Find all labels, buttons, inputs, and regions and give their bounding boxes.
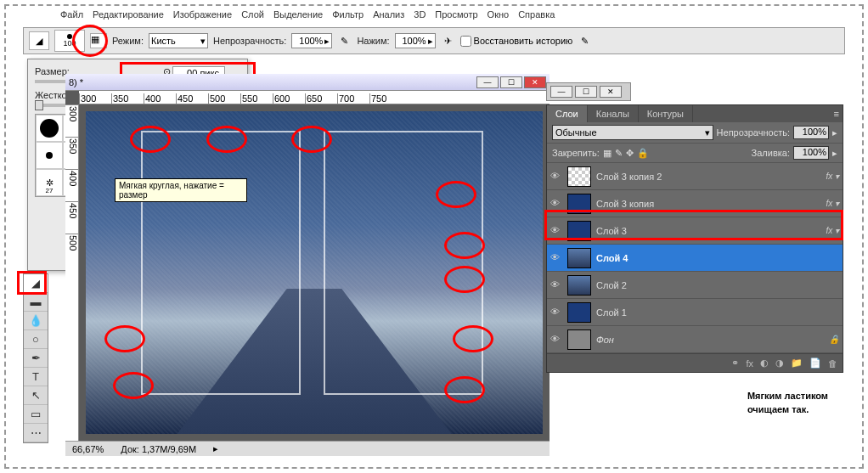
visibility-icon[interactable]: 👁 [550,252,562,264]
tablet-icon[interactable]: ✎ [337,36,352,47]
tab-channels[interactable]: Каналы [588,105,639,122]
opacity-label: Непрозрачность: [717,127,790,138]
flow-label: Нажим: [357,36,389,46]
panel-menu-icon[interactable]: ≡ [831,105,843,122]
tab-layers[interactable]: Слои [547,105,588,122]
visibility-icon[interactable]: 👁 [550,307,562,318]
annotation-box [544,210,843,240]
maximize-button[interactable]: ☐ [500,76,522,88]
menu-item[interactable]: Файл [57,8,87,23]
blur-tool[interactable]: 💧 [24,312,48,330]
canvas[interactable] [79,104,550,441]
layer-row[interactable]: 👁Фон🔒 [547,326,843,353]
annotation-circle [72,25,108,57]
airbrush-icon[interactable]: ✈ [441,36,455,47]
restore-history-checkbox[interactable]: Восстановить историю [460,36,573,47]
document-title: 8) * [69,77,83,87]
menu-item[interactable]: Изображение [170,8,235,23]
path-tool[interactable]: ↖ [24,386,48,405]
layer-thumb [567,248,591,268]
close-button[interactable]: ✕ [524,76,546,88]
menu-bar: Файл Редактирование Изображение Слой Выд… [57,8,828,23]
minimize-button[interactable]: — [476,76,499,88]
zoom-level[interactable]: 66,67% [72,444,104,454]
layer-row[interactable]: 👁Слой 2 [547,272,843,299]
brush-swatch[interactable]: ✲27 [36,169,63,196]
layer-thumb [567,275,591,296]
layer-opacity-input[interactable]: 100% [793,126,829,139]
panel-window-controls: — ☐ ✕ [546,82,631,101]
tooltip: Мягкая круглая, нажатие = размер [115,178,247,202]
blend-mode-select[interactable]: Обычные▾ [552,125,713,140]
gradient-tool[interactable]: ▬ [24,293,48,312]
fx-icon[interactable]: fx [746,358,753,369]
doc-info: Док: 1,37M/9,69M [121,444,196,454]
annotation-text: Мягким ластиком очищаем так. [747,390,828,416]
brush-swatch[interactable] [36,115,63,142]
visibility-icon[interactable]: 👁 [550,198,562,210]
annotation-box [17,271,47,295]
group-icon[interactable]: 📁 [791,358,803,369]
visibility-icon[interactable]: 👁 [550,171,562,183]
layers-footer: ⚭ fx ◐ ◑ 📁 📄 🗑 [547,353,843,372]
menu-item[interactable]: Окно [484,8,513,23]
layer-thumb [567,329,591,350]
layer-row[interactable]: 👁Слой 3 копия 2fx ▾ [547,163,843,190]
document-window: 8) * — ☐ ✕ 30035040045050055060065070075… [65,74,550,456]
lock-pixels-icon[interactable]: ✎ [615,148,623,159]
tab-paths[interactable]: Контуры [639,105,693,122]
layer-name: Фон [596,335,614,345]
close-button[interactable]: ✕ [600,86,622,98]
layer-row[interactable]: 👁Слой 1 [547,299,843,326]
menu-item[interactable]: Просмотр [431,8,481,23]
mask-icon[interactable]: ◐ [760,358,769,369]
type-tool[interactable]: T [24,368,48,386]
layer-name: Слой 3 копия 2 [596,172,662,182]
visibility-icon[interactable]: 👁 [550,279,562,291]
lock-position-icon[interactable]: ✥ [626,148,634,159]
menu-item[interactable]: Анализ [369,8,408,23]
layers-list: 👁Слой 3 копия 2fx ▾ 👁Слой 3 копияfx ▾ 👁С… [547,163,843,353]
menu-item[interactable]: 3D [410,8,429,23]
mode-select[interactable]: Кисть▾ [149,33,208,48]
menu-item[interactable]: Фильтр [329,8,367,23]
link-icon[interactable]: ⚭ [731,358,739,369]
options-bar: ◢ 100 ▦ Режим: Кисть▾ Непрозрачность: 10… [23,27,845,54]
lock-transparency-icon[interactable]: ▦ [603,148,612,159]
document-titlebar: 8) * — ☐ ✕ [65,74,550,91]
pen-tool[interactable]: ✒ [24,349,48,368]
new-layer-icon[interactable]: 📄 [809,358,821,369]
lock-all-icon[interactable]: 🔒 [637,148,649,159]
brush-swatch[interactable] [36,142,63,169]
menu-item[interactable]: Выделение [270,8,326,23]
panel-tabs: Слои Каналы Контуры ≡ [547,105,843,122]
opacity-input[interactable]: 100%▸ [291,33,332,48]
shape-tool[interactable]: ▭ [24,405,48,424]
mode-label: Режим: [112,36,144,46]
layer-name: Слой 1 [596,307,627,318]
menu-item[interactable]: Редактирование [89,8,167,23]
opacity-label: Непрозрачность: [213,36,286,46]
fill-input[interactable]: 100% [793,146,829,160]
maximize-button[interactable]: ☐ [575,86,597,98]
adjust-icon[interactable]: ◑ [775,358,784,369]
layer-thumb [567,166,591,187]
flow-input[interactable]: 100%▸ [395,33,436,48]
fill-label: Заливка: [752,148,790,158]
tools-palette: ◢ ▬ 💧 ○ ✒ T ↖ ▭ ⋯ [23,273,48,443]
fx-badge[interactable]: fx ▾ [826,172,839,181]
vertical-ruler: 300350400450500 [65,104,79,441]
minimize-button[interactable]: — [550,86,572,98]
trash-icon[interactable]: 🗑 [828,358,837,369]
tablet-pressure-icon[interactable]: ✎ [578,36,592,47]
eraser-tool-icon[interactable]: ◢ [29,31,49,50]
menu-item[interactable]: Слой [238,8,268,23]
menu-item[interactable]: Справка [515,8,558,23]
tool[interactable]: ⋯ [24,424,48,442]
dodge-tool[interactable]: ○ [24,330,48,349]
fx-badge[interactable]: fx ▾ [826,199,839,208]
layer-name: Слой 4 [596,253,628,263]
visibility-icon[interactable]: 👁 [550,334,562,346]
status-bar: 66,67% Док: 1,37M/9,69M ▸ [65,441,550,456]
layer-row[interactable]: 👁Слой 4 [547,245,843,272]
